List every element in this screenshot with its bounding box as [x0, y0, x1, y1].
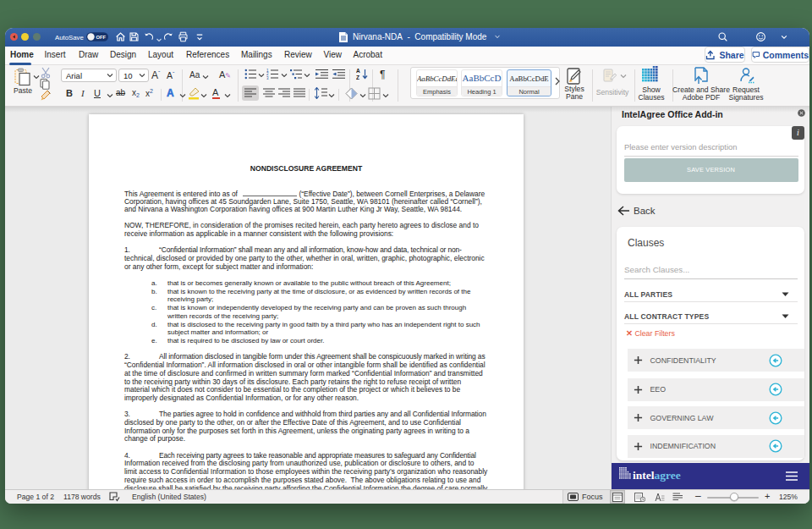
- svg-text:Z: Z: [356, 74, 359, 80]
- svg-text:OFF: OFF: [96, 35, 107, 40]
- svg-text:3: 3: [266, 76, 269, 80]
- svg-text:A: A: [356, 68, 360, 74]
